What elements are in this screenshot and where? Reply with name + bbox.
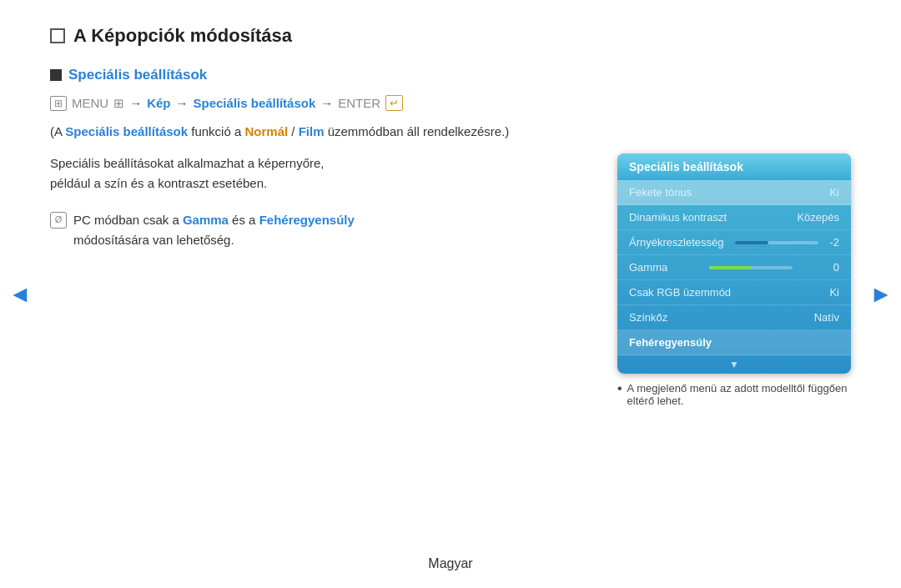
title-text: A Képopciók módosítása bbox=[73, 25, 292, 47]
bullet-dot: • bbox=[617, 382, 622, 395]
special-link: Speciális beállítások bbox=[194, 96, 316, 110]
fehér-ref: Fehéregyensúly bbox=[259, 213, 355, 227]
note-icon: Ø bbox=[50, 212, 67, 229]
enter-icon: ↵ bbox=[385, 95, 403, 111]
footer-text: Magyar bbox=[428, 556, 472, 570]
kep-link: Kép bbox=[147, 96, 170, 110]
panel-note-text: A megjelenő menü az adott modelltől függ… bbox=[627, 382, 851, 407]
row-value: -2 bbox=[829, 236, 839, 249]
arrow1: → bbox=[129, 96, 142, 110]
panel-note: • A megjelenő menü az adott modelltől fü… bbox=[617, 382, 851, 407]
nav-arrow-left[interactable]: ◄ bbox=[8, 281, 32, 308]
table-row[interactable]: Színkőz Natív bbox=[617, 305, 851, 330]
note-line: Ø PC módban csak a Gamma és a Fehéregyen… bbox=[50, 210, 592, 250]
table-row[interactable]: Fehéregyensúly bbox=[617, 330, 851, 355]
table-row[interactable]: Gamma 0 bbox=[617, 255, 851, 280]
row-label: Árnyékreszletesség bbox=[629, 236, 723, 249]
enter-label: ENTER bbox=[338, 96, 380, 110]
table-row[interactable]: Dinamikus kontraszt Közepés bbox=[617, 205, 851, 230]
special-ref: Speciális beállítások bbox=[65, 124, 188, 138]
arrow3: → bbox=[320, 96, 333, 110]
footer: Magyar bbox=[0, 556, 901, 571]
dropdown-arrow: ▼ bbox=[617, 355, 851, 374]
row-label: Fekete tónus bbox=[629, 186, 692, 199]
row-label: Fehéregyensúly bbox=[629, 336, 712, 349]
section-title: Speciális beállítások bbox=[68, 67, 207, 83]
normal-ref: Normál bbox=[244, 124, 288, 138]
menu-m-icon: ⊞ bbox=[113, 96, 124, 111]
description-text: (A Speciális beállítások funkció a Normá… bbox=[50, 124, 851, 138]
arrow2: → bbox=[176, 96, 189, 110]
slider bbox=[735, 241, 818, 244]
slider bbox=[709, 266, 793, 269]
row-label: Színkőz bbox=[629, 311, 667, 324]
row-label: Gamma bbox=[629, 261, 667, 274]
row-value: Ki bbox=[829, 286, 839, 299]
title-checkbox bbox=[50, 28, 65, 43]
settings-box-title: Speciális beállítások bbox=[617, 153, 851, 180]
film-ref: Film bbox=[299, 124, 325, 138]
left-content: Speciális beállításokat alkalmazhat a ké… bbox=[50, 153, 592, 250]
note-text: PC módban csak a Gamma és a Fehéregyensú… bbox=[73, 210, 355, 250]
gamma-ref: Gamma bbox=[183, 213, 229, 227]
menu-path: ⊞ MENU ⊞ → Kép → Speciális beállítások →… bbox=[50, 95, 851, 111]
body-text: Speciális beállításokat alkalmazhat a ké… bbox=[50, 153, 592, 193]
table-row[interactable]: Csak RGB üzemmód Ki bbox=[617, 280, 851, 305]
settings-box: Speciális beállítások Fekete tónus Ki Di… bbox=[617, 153, 851, 374]
row-label: Csak RGB üzemmód bbox=[629, 286, 731, 299]
nav-arrow-right[interactable]: ► bbox=[869, 281, 893, 308]
content-area: Speciális beállításokat alkalmazhat a ké… bbox=[50, 153, 851, 407]
menu-icon: ⊞ bbox=[50, 96, 67, 111]
section-header: Speciális beállítások bbox=[50, 67, 851, 83]
row-value: 0 bbox=[833, 261, 839, 274]
menu-label: MENU bbox=[72, 96, 108, 110]
row-value: Ki bbox=[829, 186, 839, 199]
right-panel: Speciális beállítások Fekete tónus Ki Di… bbox=[617, 153, 851, 407]
row-label: Dinamikus kontraszt bbox=[629, 211, 727, 224]
table-row[interactable]: Fekete tónus Ki bbox=[617, 180, 851, 205]
section-bullet bbox=[50, 69, 62, 81]
page-title: A Képopciók módosítása bbox=[50, 25, 851, 47]
row-value: Közepés bbox=[797, 211, 839, 224]
table-row[interactable]: Árnyékreszletesség -2 bbox=[617, 230, 851, 255]
row-value: Natív bbox=[814, 311, 839, 324]
